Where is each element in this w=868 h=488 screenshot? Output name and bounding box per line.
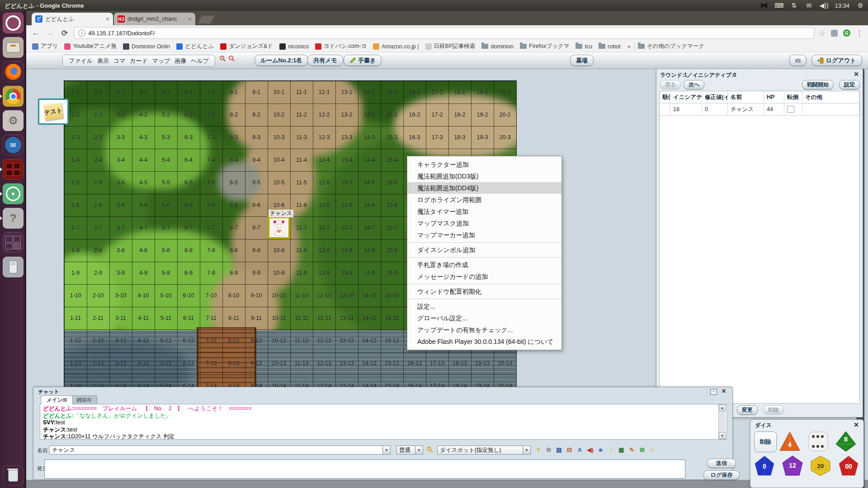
- shared-memo-note[interactable]: テスト: [38, 99, 69, 125]
- launcher-settings-icon[interactable]: ⚙: [3, 110, 24, 131]
- room-info-button[interactable]: ルームNo.2:1名: [255, 55, 308, 66]
- handwriting-button[interactable]: 手書き: [344, 55, 382, 66]
- bookmark-item[interactable]: dominion: [478, 42, 517, 51]
- app-menu-6[interactable]: ヘルプ: [191, 57, 209, 65]
- context-menu-item[interactable]: 手札置き場の作成: [407, 259, 561, 271]
- app-menu-3[interactable]: カード: [130, 57, 148, 65]
- d100-die[interactable]: 00: [837, 455, 860, 477]
- context-menu-item[interactable]: グローバル設定...: [407, 312, 561, 324]
- session-gear-icon[interactable]: ⚙: [856, 1, 864, 9]
- initiative-row[interactable]: 180チャンス44: [660, 103, 859, 116]
- context-menu-item[interactable]: ログホライズン用範囲: [407, 194, 561, 206]
- voice-select[interactable]: 普通: [396, 446, 415, 455]
- chat-tab-main[interactable]: メイン/0: [41, 395, 73, 404]
- volume-indicator-icon[interactable]: ◀)): [820, 1, 828, 9]
- launcher-chrome-icon[interactable]: [3, 86, 24, 107]
- bookmark-item[interactable]: robot: [595, 42, 624, 51]
- chat-minimize-icon[interactable]: −: [710, 389, 717, 395]
- character-name-input[interactable]: [49, 446, 383, 455]
- d8-die[interactable]: 8: [835, 431, 857, 452]
- bookmark-item[interactable]: ダンジョンズ&ド: [217, 42, 276, 51]
- bookmark-star-icon[interactable]: ☆: [819, 28, 826, 38]
- initiative-back-button[interactable]: 戻る: [660, 80, 681, 89]
- app-menu-1[interactable]: 表示: [97, 57, 109, 65]
- app-menu-0[interactable]: ファイル: [69, 57, 93, 65]
- launcher-trash-icon[interactable]: [3, 465, 24, 486]
- bookmark-item[interactable]: ヨドバシ.com-ヨ: [312, 42, 370, 51]
- tab-close-icon[interactable]: ×: [106, 16, 109, 22]
- prone-checkbox[interactable]: [787, 106, 794, 113]
- launcher-usb-drive-icon[interactable]: [3, 257, 24, 277]
- chat-tab-zatsudan[interactable]: 雑談/0: [71, 395, 97, 404]
- keyboard-indicator-icon[interactable]: ⌨: [775, 1, 783, 9]
- send-button[interactable]: 送信: [707, 459, 736, 468]
- launcher-ubuntu-dash-icon[interactable]: [3, 13, 24, 33]
- dictionary-icon[interactable]: ▤: [555, 446, 563, 454]
- bookmark-item[interactable]: 日経BP記事検索: [422, 42, 479, 51]
- chat-log[interactable]: どどんとふ:======= プレイルーム 【 No. 2 】 へようこそ！ ==…: [40, 404, 727, 440]
- help-icon[interactable]: ？: [534, 446, 542, 454]
- remove-log-icon[interactable]: ⊟: [566, 446, 573, 454]
- sound-icon[interactable]: ◀): [586, 446, 594, 454]
- extension-icon[interactable]: [831, 30, 838, 37]
- browser-tab[interactable]: HJdndgd_mm2_chanc×: [114, 13, 195, 25]
- context-menu-item[interactable]: 魔法範囲追加(DD4版): [407, 182, 561, 194]
- initiative-close-icon[interactable]: ✕: [854, 70, 859, 78]
- launcher-thunderbird-icon[interactable]: ✉: [3, 135, 24, 155]
- character-token[interactable]: [268, 216, 290, 239]
- bookmark-item[interactable]: Dominion Onlin: [120, 42, 173, 51]
- character-pen-icon[interactable]: ✎: [628, 446, 636, 454]
- battle-start-button[interactable]: 戦闘開始: [802, 80, 834, 89]
- clock[interactable]: 13:34: [835, 2, 849, 9]
- add-log-icon[interactable]: ⊞: [638, 446, 646, 454]
- launcher-science-app-icon[interactable]: [3, 183, 24, 204]
- message-indicator-icon[interactable]: ✉: [805, 1, 813, 9]
- browser-menu-icon[interactable]: ⋮: [856, 29, 863, 38]
- context-menu-item[interactable]: 魔法タイマー追加: [407, 206, 561, 217]
- new-tab-button[interactable]: [198, 16, 214, 23]
- launcher-firefox-icon[interactable]: [3, 61, 24, 82]
- logout-button[interactable]: ログアウト: [811, 55, 862, 66]
- context-menu-item[interactable]: 設定...: [407, 300, 561, 312]
- bookmark-item[interactable]: tcu: [572, 42, 595, 51]
- graveyard-button[interactable]: 墓場: [570, 55, 594, 66]
- workspaces-indicator-icon[interactable]: [760, 1, 768, 9]
- shared-memo-button[interactable]: 共有メモ: [307, 55, 343, 66]
- bookmark-item[interactable]: どどんとふ: [173, 42, 217, 51]
- context-menu-item[interactable]: ダイスシンボル追加: [407, 244, 561, 256]
- bell-icon[interactable]: ♪: [607, 446, 615, 454]
- speech-icon[interactable]: ☻: [597, 446, 604, 454]
- bookmark-item[interactable]: Firefoxブックマ: [517, 42, 572, 51]
- zoom-out-icon[interactable]: -: [228, 55, 235, 62]
- chat-scrollbar[interactable]: ▲ ▼: [718, 404, 726, 439]
- bookmarks-overflow-icon[interactable]: »: [624, 43, 634, 50]
- dicebot-select[interactable]: ダイスボット(指定無し): [437, 446, 523, 455]
- app-menu-5[interactable]: 画像: [175, 57, 186, 65]
- context-menu-item[interactable]: キャラクター追加: [407, 159, 561, 170]
- back-button[interactable]: ←: [31, 28, 41, 38]
- other-bookmarks[interactable]: その他のブックマーク: [634, 42, 708, 51]
- app-menu-2[interactable]: コマ: [113, 57, 126, 65]
- change-button[interactable]: 変更: [737, 405, 758, 415]
- bookmark-item[interactable]: Youtubeアニメ無: [61, 42, 119, 51]
- context-menu-item[interactable]: マップマスク追加: [407, 217, 561, 229]
- extension-badge-icon[interactable]: G: [843, 29, 850, 37]
- context-menu-item[interactable]: マップマーカー追加: [407, 229, 561, 241]
- context-menu-item[interactable]: アップデートの有無をチェック...: [407, 324, 561, 336]
- initiative-next-button[interactable]: 次へ: [684, 80, 704, 89]
- scroll-down-icon[interactable]: ▼: [719, 432, 726, 439]
- say-input[interactable]: [44, 460, 685, 479]
- d4-die[interactable]: 4: [778, 431, 801, 452]
- cutin-icon[interactable]: ▦: [618, 446, 625, 454]
- launcher-workspace-switcher-icon[interactable]: [3, 232, 24, 253]
- d6-die[interactable]: [807, 431, 829, 452]
- initiative-settings-button[interactable]: 設定: [839, 80, 860, 89]
- d12-die[interactable]: 12: [781, 455, 804, 477]
- bookmark-item[interactable]: Amazon.co.jp |: [370, 42, 422, 51]
- context-menu-item[interactable]: メッセージカードの追加: [407, 271, 561, 282]
- d10-die[interactable]: 0: [753, 455, 776, 477]
- scroll-up-icon[interactable]: ▲: [719, 404, 726, 411]
- reload-button[interactable]: ⟳: [60, 28, 70, 38]
- save-log-button[interactable]: ログ保存: [703, 470, 740, 480]
- app-menu-4[interactable]: マップ: [152, 57, 170, 65]
